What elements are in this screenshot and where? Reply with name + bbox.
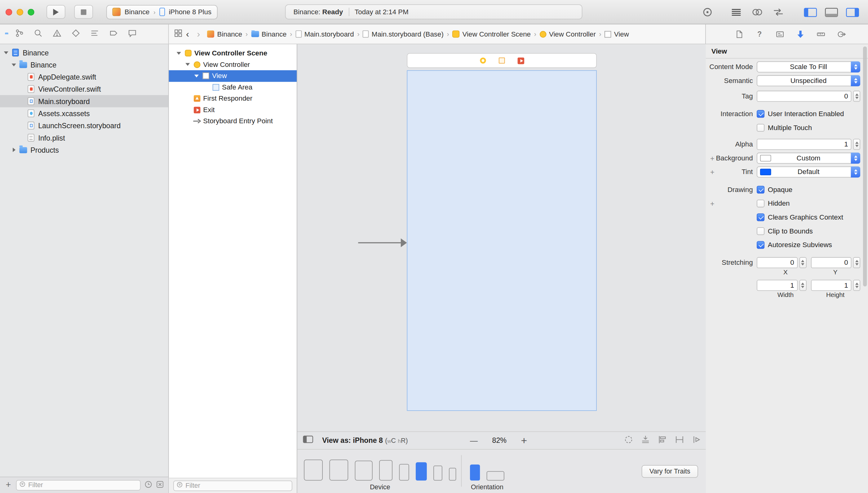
disclosure-triangle-icon[interactable] xyxy=(3,49,9,56)
iphone-se-icon[interactable] xyxy=(433,466,442,480)
run-button[interactable] xyxy=(46,5,65,19)
breakpoint-navigator-tab[interactable] xyxy=(109,29,118,39)
first-responder-dock-icon[interactable] xyxy=(499,58,505,64)
view-as-label[interactable]: View as: iPhone 8 (wC hR) xyxy=(322,436,408,444)
resolve-autolayout-icon[interactable] xyxy=(692,435,701,446)
disclosure-triangle-icon[interactable] xyxy=(176,50,182,56)
navigator-item-file[interactable]: LaunchScreen.storyboard xyxy=(0,120,168,132)
stop-button[interactable] xyxy=(74,5,93,19)
content-mode-popup[interactable]: Scale To Fill xyxy=(757,61,860,72)
multiple-touch-checkbox[interactable] xyxy=(757,124,765,132)
issue-navigator-tab[interactable] xyxy=(53,29,62,39)
tag-stepper[interactable] xyxy=(853,91,860,102)
semantic-popup[interactable]: Unspecified xyxy=(757,75,860,86)
outline-item-view-selected[interactable]: View xyxy=(169,70,297,82)
size-inspector-tab[interactable] xyxy=(815,28,826,40)
standard-editor-button[interactable] xyxy=(727,5,745,19)
breadcrumb-project[interactable]: Binance xyxy=(207,30,242,38)
outline-item-first-responder[interactable]: First Responder xyxy=(169,93,297,104)
outline-item-exit[interactable]: Exit xyxy=(169,104,297,116)
breadcrumb-file[interactable]: Main.storyboard xyxy=(296,30,354,38)
add-attribute-icon[interactable] xyxy=(710,154,714,162)
add-attribute-icon[interactable] xyxy=(710,200,714,207)
search-navigator-tab[interactable] xyxy=(34,29,43,39)
align-icon[interactable] xyxy=(658,435,667,446)
debug-navigator-tab[interactable] xyxy=(90,29,99,39)
view-controller-view[interactable] xyxy=(407,70,597,411)
hidden-checkbox[interactable] xyxy=(757,200,765,208)
user-interaction-checkbox[interactable] xyxy=(757,110,765,118)
quick-help-inspector-tab[interactable] xyxy=(754,28,765,40)
stretching-width-stepper[interactable] xyxy=(799,280,806,291)
assistant-editor-button[interactable] xyxy=(748,5,766,19)
landscape-orientation-icon[interactable] xyxy=(487,471,504,480)
update-frames-icon[interactable] xyxy=(624,435,633,446)
outline-filter-field[interactable] xyxy=(173,480,292,491)
outline-item-entry-point[interactable]: Storyboard Entry Point xyxy=(169,115,297,127)
ipad-large-icon[interactable] xyxy=(304,459,323,480)
zoom-in-button[interactable] xyxy=(521,435,527,446)
disclosure-triangle-icon[interactable] xyxy=(185,62,191,68)
breadcrumb-scene[interactable]: View Controller Scene xyxy=(452,30,531,38)
background-color-popup[interactable]: Custom xyxy=(757,153,860,164)
document-outline-toggle-icon[interactable] xyxy=(303,435,314,445)
outline-item-safe-area[interactable]: Safe Area xyxy=(169,82,297,93)
stretching-height-stepper[interactable] xyxy=(853,280,860,291)
recent-files-icon[interactable] xyxy=(144,480,152,490)
inspector-scrollbar[interactable] xyxy=(863,46,867,286)
file-inspector-tab[interactable] xyxy=(733,28,745,40)
add-attribute-icon[interactable] xyxy=(710,169,714,176)
stretching-height-field[interactable] xyxy=(811,280,851,291)
navigator-item-products[interactable]: Products xyxy=(0,144,168,156)
breadcrumb-view[interactable]: View xyxy=(605,30,629,38)
disclosure-triangle-icon[interactable] xyxy=(11,147,17,153)
outline-item-view-controller[interactable]: View Controller xyxy=(169,59,297,70)
ipad-small-icon[interactable] xyxy=(355,460,372,480)
add-file-button[interactable] xyxy=(4,480,12,490)
navigator-filter-field[interactable] xyxy=(16,480,141,490)
stretching-x-field[interactable] xyxy=(757,257,797,268)
opaque-checkbox[interactable] xyxy=(757,186,765,194)
filter-input[interactable] xyxy=(185,481,289,489)
clip-to-bounds-checkbox[interactable] xyxy=(757,227,765,235)
stretching-y-field[interactable] xyxy=(811,257,851,268)
navigator-item-file[interactable]: Assets.xcassets xyxy=(0,107,168,119)
version-editor-button[interactable] xyxy=(769,5,787,19)
tint-color-popup[interactable]: Default xyxy=(757,166,860,177)
utilities-panel-toggle[interactable] xyxy=(844,5,861,19)
storyboard-canvas[interactable] xyxy=(297,44,706,431)
portrait-orientation-icon-selected[interactable] xyxy=(470,464,480,480)
forward-button[interactable] xyxy=(193,29,204,39)
alpha-stepper[interactable] xyxy=(853,139,860,150)
filter-input[interactable] xyxy=(28,481,137,489)
back-button[interactable] xyxy=(182,29,193,39)
iphone-x-icon[interactable] xyxy=(399,464,409,480)
source-control-status-icon[interactable] xyxy=(156,480,164,490)
tag-field[interactable] xyxy=(757,91,851,102)
iphone-8-icon-selected[interactable] xyxy=(416,462,427,480)
zoom-window-button[interactable] xyxy=(27,9,34,15)
navigator-item-file-selected[interactable]: Main.storyboard xyxy=(0,95,168,107)
navigator-item-group[interactable]: Binance xyxy=(0,59,168,71)
stretching-y-stepper[interactable] xyxy=(853,257,860,268)
add-constraints-icon[interactable] xyxy=(674,435,685,446)
vary-for-traits-button[interactable]: Vary for Traits xyxy=(642,465,698,477)
autoresize-subviews-checkbox[interactable] xyxy=(757,241,765,249)
related-items-icon[interactable] xyxy=(174,29,182,39)
scheme-selector[interactable]: Binance iPhone 8 Plus xyxy=(106,5,218,19)
outline-item-scene[interactable]: View Controller Scene xyxy=(169,48,297,59)
iphone-4s-icon[interactable] xyxy=(449,468,456,480)
breadcrumb-localization[interactable]: Main.storyboard (Base) xyxy=(363,30,444,38)
storyboard-entry-point-arrow[interactable] xyxy=(358,238,407,248)
test-navigator-tab[interactable] xyxy=(71,29,80,39)
close-window-button[interactable] xyxy=(5,9,12,15)
navigator-item-project[interactable]: Binance xyxy=(0,46,168,59)
view-controller-dock-icon[interactable] xyxy=(480,58,486,64)
source-control-navigator-tab[interactable] xyxy=(15,29,24,39)
alpha-field[interactable] xyxy=(757,139,851,150)
embed-in-stack-icon[interactable] xyxy=(641,435,650,446)
identity-inspector-tab[interactable] xyxy=(774,28,786,40)
connections-inspector-tab[interactable] xyxy=(836,28,847,40)
clears-graphics-context-checkbox[interactable] xyxy=(757,213,765,221)
exit-dock-icon[interactable] xyxy=(518,57,524,64)
